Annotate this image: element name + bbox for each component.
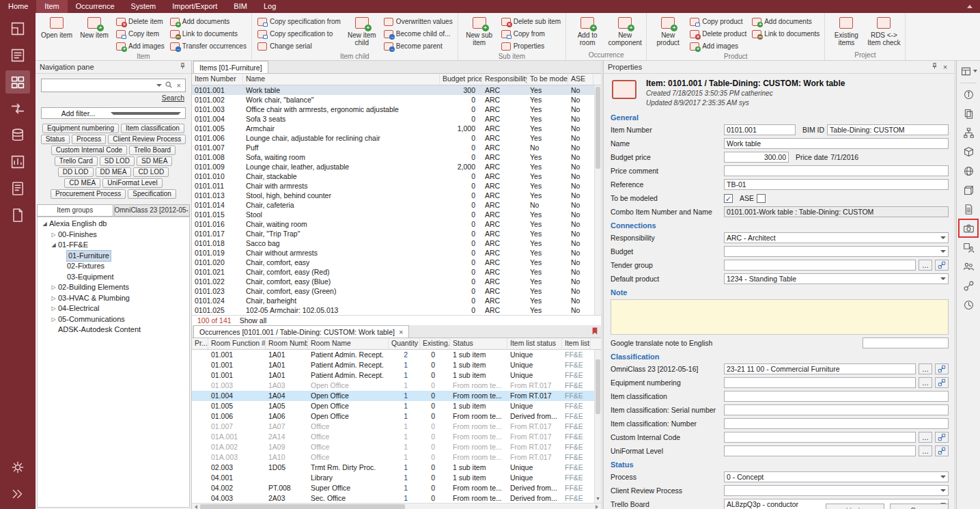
camera-button[interactable] xyxy=(960,220,977,236)
text-input[interactable] xyxy=(724,404,949,415)
collapsed-icon[interactable]: ▷ xyxy=(49,293,58,303)
item-row[interactable]: 0101.020Chair, comfort, easy0ARCYesNo xyxy=(192,258,594,267)
item-row[interactable]: 0101.023Chair, comfort, easy (Green)0ARC… xyxy=(192,286,594,296)
item-row[interactable]: 0101.008Sofa, waiting room0ARCYesNo xyxy=(192,152,594,162)
occurrence-row[interactable]: 01.0031A03Open Office10From room te...Fr… xyxy=(192,381,594,391)
item-row[interactable]: 0101.016Chair, waiting room0ARCYesNo xyxy=(192,219,594,229)
copy-pages-button[interactable] xyxy=(960,105,977,122)
globe-button[interactable] xyxy=(960,163,977,179)
occurrence-row[interactable]: 01A.0021A09Office10From room te...From R… xyxy=(192,442,594,452)
copy-specification-to-button[interactable]: Copy specification to xyxy=(255,29,342,39)
tree-item-02-fixtures[interactable]: 02-Fixtures xyxy=(38,261,189,272)
occurrences-vertical-scrollbar[interactable]: ▾ xyxy=(594,350,601,503)
search-input[interactable] xyxy=(44,80,154,91)
items-column-header-budget-price[interactable]: Budget price xyxy=(440,74,482,85)
occurrences-tab[interactable]: Occurrences [0101.001 / Table-Dining: CU… xyxy=(193,325,409,338)
item-row[interactable]: 0101.018Sacco bag0ARCYesNo xyxy=(192,238,594,248)
filter-chip-sd-lod[interactable]: SD LOD xyxy=(100,156,135,166)
rooms-button[interactable] xyxy=(5,17,30,40)
browse-button[interactable]: … xyxy=(919,260,932,271)
item-row[interactable]: 0101.002Work chair, "balance"0ARCYesNo xyxy=(192,95,594,105)
filter-chip-status[interactable]: Status xyxy=(41,135,70,144)
filter-chip-dd-mea[interactable]: DD MEA xyxy=(96,167,132,177)
text-input[interactable] xyxy=(724,391,949,402)
new-item-child-button[interactable]: +New item child xyxy=(344,14,380,46)
filter-chip-client-review-process[interactable]: Client Review Process xyxy=(108,135,186,144)
note-textarea[interactable] xyxy=(611,299,949,335)
items-column-header-item-number[interactable]: Item Number xyxy=(192,74,243,85)
add-images-button[interactable]: +Add images xyxy=(114,41,166,51)
browse-button[interactable]: … xyxy=(919,377,932,388)
item-row[interactable]: 0101.019Chair without armrests0ARCYesNo xyxy=(192,248,594,258)
text-input[interactable] xyxy=(724,418,949,429)
menu-tab-log[interactable]: Log xyxy=(255,0,284,13)
item-row[interactable]: 0101.006Lounge chair, adjustable for rec… xyxy=(192,133,594,143)
delete-item-button[interactable]: ×Delete item xyxy=(114,16,166,27)
scroll-down-arrow[interactable]: ▾ xyxy=(595,495,601,503)
occurrence-row[interactable]: 01.0071A07Office10From room te...From RT… xyxy=(192,422,594,432)
item-row[interactable]: 0101.013Stool, high, behind counter0ARCY… xyxy=(192,191,594,200)
select-budget[interactable] xyxy=(724,246,949,257)
classification-cube-button[interactable] xyxy=(960,143,977,160)
item-row[interactable]: 0101.022Chair, comfort, easy (Blue)0ARCY… xyxy=(192,277,594,286)
new-product-button[interactable]: +New product xyxy=(650,14,686,46)
tree-item-02-building-elements[interactable]: ▷02-Building Elements xyxy=(38,282,189,293)
occurrences-column-header-item-list[interactable]: Item list xyxy=(562,338,591,349)
copy-specification-from-button[interactable]: Copy specification from xyxy=(255,16,342,27)
select-client-review-process[interactable] xyxy=(724,485,949,496)
close-icon[interactable]: × xyxy=(940,62,950,72)
tree-item-05-communications[interactable]: ▷05-Communications xyxy=(38,314,189,325)
tree-item-00-finishes[interactable]: ▷00-Finishes xyxy=(38,230,189,240)
occurrence-row[interactable]: 01.0041A04Open Office10From room te...Fr… xyxy=(192,391,594,401)
item-row[interactable]: 0101.010Chair, stackable0ARCYesNo xyxy=(192,171,594,181)
occurrences-column-header-room-function[interactable]: Room Function #: xyxy=(208,338,266,349)
scrollbar-thumb[interactable] xyxy=(596,359,600,414)
model-cube-button[interactable] xyxy=(960,182,977,198)
documents-button[interactable] xyxy=(5,204,30,227)
transfer-occurrences-button[interactable]: →Transfer occurrences xyxy=(168,41,248,51)
collapsed-icon[interactable]: ▷ xyxy=(49,230,58,240)
item-row[interactable]: 0101.004Sofa 3 seats0ARCYesNo xyxy=(192,114,594,124)
scrollbar-thumb[interactable] xyxy=(200,504,405,509)
occurrence-row[interactable]: 01.0051A05Open Office101 sub itemUniqueF… xyxy=(192,401,594,411)
nav-tab-omniclass-23-2012-05-16[interactable]: OmniClass 23 [2012-05-16] xyxy=(114,204,191,217)
clear-search-icon[interactable]: × xyxy=(176,81,182,90)
info-button[interactable] xyxy=(960,86,977,102)
unlink-button[interactable] xyxy=(935,432,949,443)
occurrence-row[interactable]: 01.0011A01Patient Admin. Recept.101 sub … xyxy=(192,360,594,370)
tree-item-03-equipment[interactable]: 03-Equipment xyxy=(38,272,189,283)
items-column-header-ase[interactable]: ASE xyxy=(568,74,593,85)
text-input[interactable] xyxy=(724,432,916,443)
menu-tab-system[interactable]: System xyxy=(123,0,165,13)
expand-chevrons-button[interactable] xyxy=(5,482,30,506)
tree-item-01-furniture[interactable]: 01-Furniture xyxy=(38,251,189,262)
hierarchy-button[interactable] xyxy=(960,124,977,141)
items-column-header-to-be-modeled[interactable]: To be modeled xyxy=(527,74,568,85)
filter-chip-process[interactable]: Process xyxy=(72,135,106,144)
scroll-right-arrow[interactable] xyxy=(593,504,601,509)
occurrences-column-header-status[interactable]: Status xyxy=(450,338,507,349)
delete-product-button[interactable]: ×Delete product xyxy=(688,29,748,39)
people-button[interactable] xyxy=(960,258,977,275)
filter-chip-equipment-numbering[interactable]: Equipment numbering xyxy=(42,124,119,133)
filter-chip-trello-card[interactable]: Trello Card xyxy=(55,156,98,166)
menu-tab-home[interactable]: Home xyxy=(0,0,36,13)
occurrence-row[interactable]: 04.002PT.008Super Office10From room te..… xyxy=(192,483,594,493)
search-box[interactable]: × xyxy=(41,79,186,92)
occurrence-row[interactable]: 01.0011A01Patient Admin. Recept.201 sub … xyxy=(192,350,594,360)
unlink-button[interactable] xyxy=(935,260,949,271)
select-process[interactable]: 0 - Concept xyxy=(724,471,949,482)
search-icon[interactable] xyxy=(165,81,173,90)
item-row[interactable]: 0101.025102-05 Armchair: 102.05.0130ARCY… xyxy=(192,305,594,315)
filter-chip-cd-mea[interactable]: CD MEA xyxy=(64,178,100,188)
undo-button[interactable]: Undo xyxy=(826,504,884,509)
add-to-room-button[interactable]: +Add to room xyxy=(570,14,605,46)
pin-icon[interactable] xyxy=(929,62,939,72)
item-row[interactable]: 0101.009Lounge chair, leather, adjustabl… xyxy=(192,162,594,171)
notes-button[interactable] xyxy=(5,177,30,200)
new-sub-item-button[interactable]: +New sub item xyxy=(462,14,497,46)
text-input[interactable]: TB-01 xyxy=(724,179,949,190)
scroll-left-arrow[interactable] xyxy=(192,504,200,509)
readonly-input[interactable]: 0101.001-Work table : Table-Dining: CUST… xyxy=(724,206,949,217)
occurrences-column-header-pr[interactable]: Pr... xyxy=(192,338,208,349)
